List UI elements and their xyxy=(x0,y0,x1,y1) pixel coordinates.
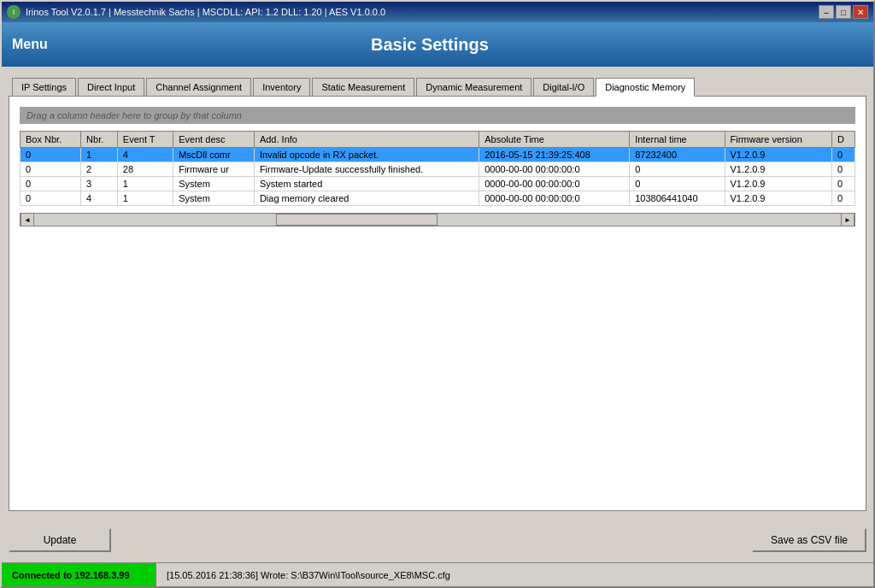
table-row[interactable]: 031SystemSystem started0000-00-00 00:00:… xyxy=(21,177,855,191)
tab-dynamic-measurement[interactable]: Dynamic Measurement xyxy=(416,78,531,97)
table-row[interactable]: 0228Firmware urFirmware-Update successfu… xyxy=(21,162,855,177)
main-content: IP Settings Direct Input Channel Assignm… xyxy=(2,67,873,518)
app-icon: I xyxy=(7,5,21,19)
horizontal-scrollbar[interactable]: ◄ ► xyxy=(20,213,855,226)
tabs-container: IP Settings Direct Input Channel Assignm… xyxy=(9,74,866,96)
tab-diagnostic-memory[interactable]: Diagnostic Memory xyxy=(596,78,695,97)
col-event-t[interactable]: Event T xyxy=(117,132,173,148)
bottom-buttons: Update Save as CSV file xyxy=(2,518,873,562)
group-header: Drag a column header here to group by th… xyxy=(20,107,855,124)
tab-static-measurement[interactable]: Static Measurement xyxy=(312,78,414,97)
table-row[interactable]: 041SystemDiag memory cleared0000-00-00 0… xyxy=(21,191,855,206)
col-box-nbr[interactable]: Box Nbr. xyxy=(21,132,81,148)
col-nbr[interactable]: Nbr. xyxy=(81,132,118,148)
tab-channel-assignment[interactable]: Channel Assignment xyxy=(146,78,251,97)
col-internal-time[interactable]: Internal time xyxy=(630,132,725,148)
tab-ip-settings[interactable]: IP Settings xyxy=(12,78,76,97)
col-add-info[interactable]: Add. Info xyxy=(254,132,479,148)
col-absolute-time[interactable]: Absolute Time xyxy=(479,132,630,148)
tab-direct-input[interactable]: Direct Input xyxy=(78,78,144,97)
col-firmware-version[interactable]: Firmware version xyxy=(725,132,831,148)
minimize-button[interactable]: – xyxy=(819,5,834,19)
col-d[interactable]: D xyxy=(831,132,854,148)
save-csv-button[interactable]: Save as CSV file xyxy=(752,528,866,552)
scroll-track xyxy=(34,214,841,226)
maximize-button[interactable]: □ xyxy=(836,5,851,19)
col-event-desc[interactable]: Event desc xyxy=(173,132,255,148)
status-message: [15.05.2016 21:38:36] Wrote: S:\B37Win\I… xyxy=(156,563,873,586)
menu-bar: Menu Basic Settings xyxy=(2,22,873,67)
title-bar: I Irinos Tool V2.0.1.7 | Messtechnik Sac… xyxy=(2,2,873,22)
connection-status: Connected to 192.168.3.99 xyxy=(2,563,156,586)
tab-inventory[interactable]: Inventory xyxy=(253,78,310,97)
scroll-right-btn[interactable]: ► xyxy=(841,213,854,226)
menu-label[interactable]: Menu xyxy=(12,37,48,52)
page-title: Basic Settings xyxy=(48,35,812,55)
table-row[interactable]: 014MscDll comrInvalid opcode in RX packe… xyxy=(21,148,855,162)
scroll-thumb[interactable] xyxy=(276,214,438,226)
diagnostic-table: Box Nbr. Nbr. Event T Event desc Add. In… xyxy=(20,131,855,206)
window-controls: – □ ✕ xyxy=(819,5,868,19)
scroll-left-btn[interactable]: ◄ xyxy=(21,213,34,226)
content-panel: Drag a column header here to group by th… xyxy=(9,96,866,511)
update-button[interactable]: Update xyxy=(9,528,111,552)
tab-digital-io[interactable]: Digital-I/O xyxy=(533,78,594,97)
window-title: Irinos Tool V2.0.1.7 | Messtechnik Sachs… xyxy=(26,7,385,17)
close-button[interactable]: ✕ xyxy=(853,5,868,19)
status-bar: Connected to 192.168.3.99 [15.05.2016 21… xyxy=(2,562,873,586)
